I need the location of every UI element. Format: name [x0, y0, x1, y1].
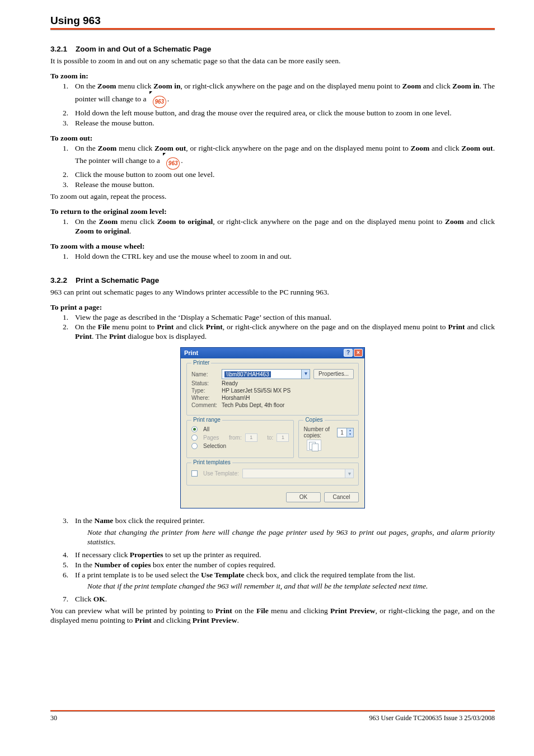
print-lead: To print a page:: [50, 303, 495, 312]
list-num: 2.: [50, 109, 75, 118]
pages-to-input[interactable]: 1: [277, 433, 289, 442]
print-range-group: Print range All Pages from: 1 to: 1 Sele…: [186, 420, 294, 458]
status-label: Status:: [191, 380, 218, 386]
zoom-out-lead: To zoom out:: [50, 134, 495, 143]
list-text: Release the mouse button.: [75, 119, 495, 128]
zoom-out-list: 1. On the Zoom menu click Zoom out, or r…: [50, 144, 495, 190]
properties-button[interactable]: Properties...: [313, 369, 354, 379]
name-label: Name:: [191, 371, 218, 377]
template-select[interactable]: ▾: [242, 469, 354, 478]
zoom-original-list: 1. On the Zoom menu click Zoom to origin…: [50, 217, 495, 236]
radio-selection[interactable]: [191, 443, 198, 449]
list-num: 1.: [50, 313, 75, 323]
list-num: 6.: [50, 571, 75, 580]
help-button[interactable]: ?: [344, 349, 353, 357]
list-num: 5.: [50, 561, 75, 570]
group-legend: Printer: [191, 360, 211, 366]
ok-button[interactable]: OK: [286, 492, 321, 502]
header-title: Using 963: [50, 15, 495, 27]
list-num: 3.: [50, 516, 75, 526]
footer-underline: [50, 711, 495, 712]
print-dialog: Print ? × Printer Name: \\bm807\HAH463 ▾: [180, 347, 365, 508]
section-heading-zoom: 3.2.1 Zoom in and Out of a Schematic Pag…: [50, 45, 495, 53]
pages-from-input[interactable]: 1: [245, 433, 257, 442]
type-label: Type:: [191, 388, 218, 394]
footer-page-number: 30: [50, 714, 57, 722]
radio-pages-label: Pages: [203, 435, 219, 441]
page-header: Using 963: [50, 15, 495, 30]
list-num: 1.: [50, 82, 75, 108]
zoom-in-list: 1. On the Zoom menu click Zoom in, or ri…: [50, 82, 495, 128]
list-text: On the Zoom menu click Zoom to original,…: [75, 217, 495, 236]
dialog-body: Printer Name: \\bm807\HAH463 ▾ Propertie…: [181, 358, 364, 508]
list-num: 1.: [50, 217, 75, 236]
zoom-cursor-icon: 963: [149, 91, 166, 108]
print-intro: 963 can print out schematic pages to any…: [50, 288, 495, 297]
footer-doc-info: 963 User Guide TC200635 Issue 3 25/03/20…: [369, 714, 495, 722]
dialog-title: Print: [184, 349, 198, 356]
use-template-checkbox[interactable]: [191, 470, 198, 477]
list-text: View the page as described in the ‘Displ…: [75, 313, 495, 323]
list-text: On the Zoom menu click Zoom in, or right…: [75, 82, 495, 108]
section-title: Zoom in and Out of a Schematic Page: [76, 45, 211, 53]
chevron-down-icon[interactable]: ▾: [301, 370, 310, 379]
list-text: Click the mouse button to zoom out one l…: [75, 170, 495, 180]
list-num: 2.: [50, 323, 75, 342]
section-heading-print: 3.2.2 Print a Schematic Page: [50, 276, 495, 284]
templates-group: Print templates Use Template:▾: [186, 463, 359, 486]
list-text: If a print template is to be used select…: [75, 571, 495, 580]
zoom-original-lead: To return to the original zoom level:: [50, 207, 495, 216]
printer-group: Printer Name: \\bm807\HAH463 ▾ Propertie…: [186, 363, 359, 416]
list-num: 3.: [50, 180, 75, 190]
zoom-wheel-list: 1.Hold down the CTRL key and use the mou…: [50, 252, 495, 262]
page-footer: 30 963 User Guide TC200635 Issue 3 25/03…: [50, 710, 495, 722]
intro-text: It is possible to zoom in and out on any…: [50, 57, 495, 66]
list-text: On the Zoom menu click Zoom out, or righ…: [75, 144, 495, 170]
list-num: 7.: [50, 595, 75, 604]
closing-text: You can preview what will be printed by …: [50, 606, 495, 626]
zoom-in-lead: To zoom in:: [50, 72, 495, 81]
dialog-titlebar[interactable]: Print ? ×: [181, 348, 364, 358]
print-note-2: Note that if the print template changed …: [87, 582, 495, 591]
status-value: Ready: [222, 380, 238, 386]
list-text: Click OK.: [75, 595, 495, 604]
collate-icon: [307, 440, 321, 451]
zoom-out-repeat: To zoom out again, repeat the process.: [50, 192, 495, 202]
list-num: 2.: [50, 170, 75, 180]
zoom-wheel-lead: To zoom with a mouse wheel:: [50, 242, 495, 251]
comment-value: Tech Pubs Dept, 4th floor: [222, 402, 284, 408]
print-steps-1-2: 1.View the page as described in the ‘Dis…: [50, 313, 495, 342]
list-num: 1.: [50, 144, 75, 170]
print-step-3: 3.In the Name box click the required pri…: [50, 516, 495, 526]
radio-all-label: All: [203, 426, 209, 432]
list-text: Release the mouse button.: [75, 180, 495, 190]
zoom-cursor-icon: 963: [163, 153, 180, 170]
radio-selection-label: Selection: [203, 443, 226, 449]
cancel-button[interactable]: Cancel: [324, 492, 359, 502]
group-legend: Copies: [303, 417, 324, 423]
spin-up-icon[interactable]: ▴: [346, 428, 353, 433]
list-text: On the File menu point to Print and clic…: [75, 323, 495, 342]
radio-all[interactable]: [191, 426, 198, 432]
use-template-label: Use Template:: [203, 470, 239, 477]
group-legend: Print templates: [191, 459, 232, 465]
copies-group: Copies Number of copies: 1▴▾: [298, 420, 359, 458]
spin-down-icon[interactable]: ▾: [346, 432, 353, 437]
list-text: If necessary click Properties to set up …: [75, 550, 495, 560]
list-text: Hold down the left mouse button, and dra…: [75, 109, 495, 118]
printer-name-select[interactable]: \\bm807\HAH463 ▾: [222, 369, 310, 379]
list-text: In the Name box click the required print…: [75, 516, 495, 526]
comment-label: Comment:: [191, 402, 218, 408]
chevron-down-icon[interactable]: ▾: [345, 469, 353, 478]
list-text: Hold down the CTRL key and use the mouse…: [75, 252, 495, 262]
print-step-7: 7.Click OK.: [50, 595, 495, 604]
copies-spinner[interactable]: 1▴▾: [337, 428, 354, 437]
group-legend: Print range: [191, 417, 222, 423]
section-num: 3.2.2: [50, 276, 67, 284]
where-label: Where:: [191, 395, 218, 401]
radio-pages[interactable]: [191, 435, 198, 441]
close-button[interactable]: ×: [354, 349, 363, 357]
type-value: HP LaserJet 5Si/5Si MX PS: [222, 388, 291, 394]
header-underline: [50, 30, 495, 30]
list-num: 4.: [50, 550, 75, 560]
